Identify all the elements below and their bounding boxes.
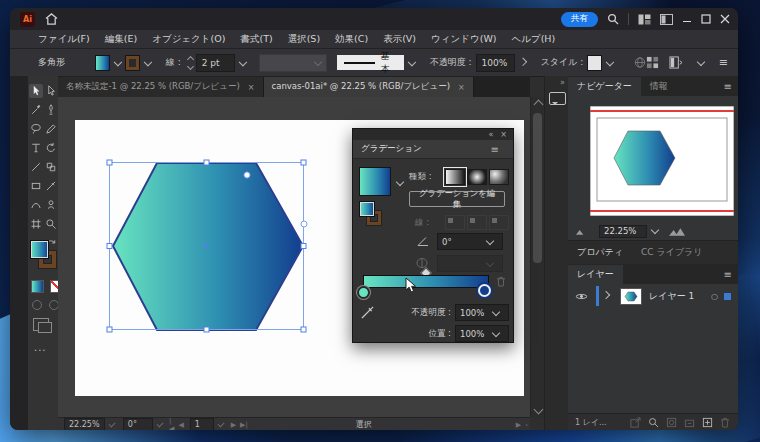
gradient-fill-proxy[interactable] bbox=[359, 201, 375, 217]
make-mask-icon[interactable] bbox=[666, 417, 677, 428]
workspace-menu-icon[interactable]: ≡ bbox=[719, 56, 728, 69]
menu-type[interactable]: 書式(T) bbox=[240, 33, 272, 46]
live-shape-widget[interactable] bbox=[301, 221, 307, 227]
collapse-panel-icon[interactable]: « bbox=[488, 130, 493, 139]
scrollbar-thumb[interactable] bbox=[533, 113, 542, 263]
panel-menu-icon[interactable]: ≡ bbox=[491, 144, 499, 155]
new-layer-icon[interactable] bbox=[702, 417, 713, 428]
symbol-sprayer-tool[interactable] bbox=[44, 198, 58, 212]
brush-definition-dropdown[interactable]: 基本 bbox=[337, 55, 404, 70]
edit-toolbar-dots[interactable]: ... bbox=[34, 342, 47, 353]
chevron-down-icon[interactable] bbox=[651, 226, 659, 234]
edit-gradient-button[interactable]: グラデーションを編集 bbox=[409, 191, 505, 207]
workspace-switcher-icon[interactable] bbox=[638, 14, 651, 25]
scroll-up-icon[interactable] bbox=[534, 100, 544, 110]
locate-object-icon[interactable] bbox=[648, 417, 659, 428]
chevron-down-icon[interactable] bbox=[408, 57, 416, 65]
align-icon[interactable] bbox=[646, 56, 659, 69]
gradient-panel-tab[interactable]: グラデーション ≡ bbox=[353, 140, 513, 159]
stroke-weight-stepper[interactable] bbox=[188, 57, 193, 69]
document-tab-untitled[interactable]: 名称未設定-1 @ 22.25 % (RGB/プレビュー) × bbox=[58, 77, 264, 97]
menu-select[interactable]: 選択(S) bbox=[288, 33, 320, 46]
pen-tool[interactable] bbox=[44, 103, 58, 117]
close-tab-icon[interactable]: × bbox=[248, 83, 255, 92]
panel-menu-icon[interactable]: ≡ bbox=[724, 81, 732, 92]
menu-object[interactable]: オブジェクト(O) bbox=[152, 33, 225, 46]
close-panel-icon[interactable]: × bbox=[500, 130, 507, 139]
tab-navigator[interactable]: ナビゲーター bbox=[568, 77, 641, 96]
chevron-down-icon[interactable] bbox=[239, 57, 247, 65]
layer-selection-indicator[interactable] bbox=[724, 293, 731, 300]
fill-swatch[interactable] bbox=[30, 240, 49, 259]
close-icon[interactable] bbox=[720, 14, 730, 24]
chevron-down-icon[interactable] bbox=[697, 57, 705, 65]
minimize-icon[interactable] bbox=[682, 14, 692, 24]
navigator-zoom-value[interactable]: 22.25% bbox=[599, 225, 647, 238]
chevron-down-icon[interactable] bbox=[492, 307, 500, 315]
chevron-down-icon[interactable] bbox=[486, 236, 494, 244]
menu-view[interactable]: 表示(V) bbox=[383, 33, 416, 46]
zoom-tool[interactable] bbox=[44, 217, 58, 231]
chevron-down-icon[interactable] bbox=[396, 178, 404, 186]
illustrator-logo-icon[interactable]: Ai bbox=[20, 12, 35, 27]
pencil-tool[interactable] bbox=[44, 122, 58, 136]
new-sublayer-icon[interactable] bbox=[684, 417, 695, 428]
corner-radius-widget[interactable] bbox=[244, 172, 250, 178]
shaper-tool[interactable] bbox=[29, 198, 43, 212]
expand-dock-icon[interactable]: » bbox=[560, 78, 565, 87]
chevron-down-icon[interactable] bbox=[492, 328, 500, 336]
scroll-down-icon[interactable] bbox=[534, 405, 544, 415]
zoom-level-value[interactable]: 22.25% bbox=[64, 418, 105, 430]
opacity-value[interactable]: 100% bbox=[476, 54, 516, 72]
scale-tool[interactable] bbox=[44, 160, 58, 174]
chevron-down-icon[interactable] bbox=[156, 420, 163, 427]
gradient-stop-start[interactable] bbox=[357, 286, 370, 299]
artboard-number-value[interactable]: 1 bbox=[190, 418, 215, 430]
linear-gradient-button[interactable] bbox=[445, 169, 465, 185]
search-icon[interactable] bbox=[607, 13, 619, 25]
stroke-weight-value[interactable]: 2 pt bbox=[196, 54, 236, 72]
document-tab-canvas-01[interactable]: canvas-01ai* @ 22.25 % (RGB/プレビュー) × bbox=[264, 77, 474, 97]
lasso-tool[interactable] bbox=[29, 122, 43, 136]
menu-help[interactable]: ヘルプ(H) bbox=[512, 33, 556, 46]
layer-row[interactable]: レイヤー 1 ○ bbox=[568, 286, 738, 306]
gradient-paint-button[interactable] bbox=[31, 280, 44, 293]
panel-options-icon[interactable] bbox=[669, 56, 683, 69]
menu-file[interactable]: ファイル(F) bbox=[38, 33, 90, 46]
panel-menu-icon[interactable]: ≡ bbox=[724, 269, 732, 280]
artboard-tool[interactable] bbox=[29, 217, 43, 231]
direct-selection-tool[interactable] bbox=[44, 84, 58, 98]
stroke-color-swatch[interactable] bbox=[125, 55, 140, 71]
close-tab-icon[interactable]: × bbox=[458, 83, 465, 92]
layer-thumbnail[interactable] bbox=[620, 288, 642, 305]
chevron-down-icon[interactable] bbox=[218, 420, 225, 427]
previous-artboard-icon[interactable]: ◀ bbox=[178, 421, 183, 429]
gradient-stop-end-selected[interactable] bbox=[478, 284, 491, 297]
draw-normal-icon[interactable] bbox=[32, 300, 42, 310]
navigator-preview[interactable] bbox=[568, 96, 738, 240]
layer-name[interactable]: レイヤー 1 bbox=[649, 290, 694, 303]
tab-properties[interactable]: プロパティ bbox=[568, 243, 632, 262]
delete-layer-icon[interactable] bbox=[720, 417, 730, 428]
menu-effect[interactable]: 効果(C) bbox=[335, 33, 368, 46]
eyedropper-tool[interactable] bbox=[44, 179, 58, 193]
menu-edit[interactable]: 編集(E) bbox=[105, 33, 137, 46]
screen-mode-button[interactable] bbox=[33, 318, 49, 331]
tab-layers[interactable]: レイヤー bbox=[568, 265, 623, 284]
fill-color-swatch[interactable] bbox=[95, 55, 110, 71]
chevron-down-icon[interactable] bbox=[606, 57, 614, 65]
type-tool[interactable] bbox=[29, 141, 43, 155]
chevron-right-icon[interactable] bbox=[519, 57, 527, 65]
magic-wand-tool[interactable] bbox=[29, 103, 43, 117]
vertical-scrollbar[interactable] bbox=[530, 97, 545, 417]
stop-position-dropdown[interactable]: 100% bbox=[455, 325, 509, 342]
home-icon[interactable] bbox=[45, 13, 58, 25]
collect-for-export-icon[interactable] bbox=[630, 417, 641, 428]
chevron-down-icon[interactable] bbox=[144, 57, 152, 65]
share-button[interactable]: 共有 bbox=[561, 12, 598, 27]
radial-gradient-button[interactable] bbox=[467, 169, 487, 185]
selection-tool[interactable] bbox=[29, 84, 43, 98]
first-artboard-icon[interactable]: |◀ bbox=[169, 417, 174, 431]
freeform-gradient-button[interactable] bbox=[489, 169, 509, 185]
next-artboard-icon[interactable]: ▶ bbox=[231, 421, 236, 429]
